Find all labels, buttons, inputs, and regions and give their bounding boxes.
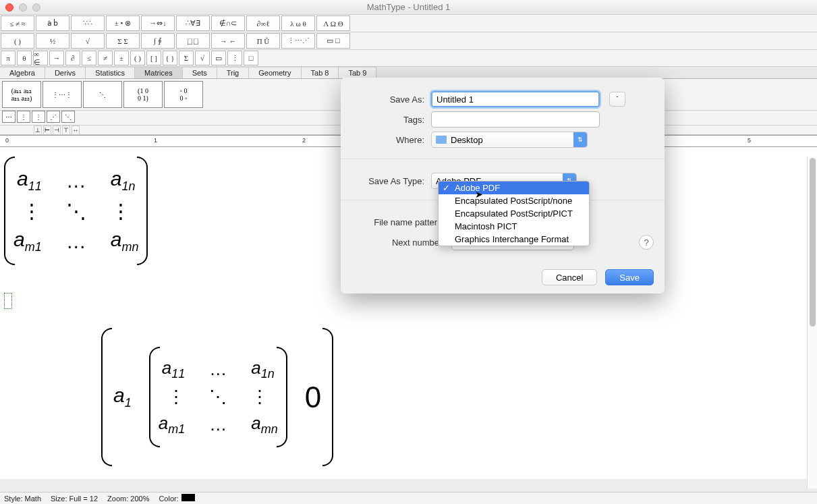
save-as-type-label: Save As Type: [351, 176, 424, 186]
expand-dialog-button[interactable]: ˇ [609, 92, 625, 107]
toolbar-cell[interactable]: { } [163, 51, 177, 65]
help-button[interactable]: ? [639, 235, 654, 250]
palette-small[interactable]: ⋯ [2, 111, 16, 123]
toolbar-cell[interactable]: → [49, 51, 64, 65]
tab-derivs[interactable]: Derivs [45, 67, 86, 78]
toolbar-cell[interactable]: ≤ [82, 51, 96, 65]
where-value: Desktop [451, 135, 483, 145]
toolbar-cell[interactable]: ( ) [1, 33, 34, 49]
status-size: Size: Full = 12 [51, 495, 98, 503]
palette-matrix-identity[interactable]: (1 00 1) [123, 81, 163, 108]
toolbar-cell[interactable]: ∫ ∮ [141, 33, 175, 49]
toolbar-cell[interactable]: ȧ ḃ [36, 16, 69, 31]
tabstop-icon[interactable]: ⊣ [53, 125, 61, 135]
tab-trig[interactable]: Trig [217, 67, 250, 78]
palette-small[interactable]: ⋮ [17, 111, 30, 123]
dropdown-item-eps-none[interactable]: Encapsulated PostScript/none [439, 194, 589, 207]
pattern-label: File name pattern: [351, 217, 445, 227]
status-bar: Style: Math Size: Full = 12 Zoom: 200% C… [0, 492, 817, 504]
tab-geometry[interactable]: Geometry [249, 67, 301, 78]
tab-algebra[interactable]: Algebra [0, 67, 45, 78]
titlebar: MathType - Untitled 1 [0, 0, 817, 15]
save-as-type-dropdown: Adobe PDF Encapsulated PostScript/none E… [438, 181, 590, 246]
palette-matrix-3x3[interactable]: ⋮⋯⋮ [43, 81, 82, 108]
palette-matrix-block[interactable]: ▫ 00 ▫ [164, 81, 203, 108]
toolbar-cell[interactable]: π [1, 51, 16, 65]
toolbar-cell[interactable]: θ [17, 51, 32, 65]
palette-matrix-diag[interactable]: ⋱ [83, 81, 122, 108]
toolbar-cell[interactable]: → ← [211, 33, 245, 49]
tabstop-icon[interactable]: ⊤ [62, 125, 70, 135]
ruler-mark: 1 [154, 137, 157, 144]
matrix-expression: a11 … a1n ⋮ ⋱ ⋮ am1 … amn [4, 157, 148, 265]
toolbar-cell[interactable]: ± [114, 51, 129, 65]
ruler-mark: 5 [748, 137, 751, 144]
toolbar-cell[interactable]: Π Ů [246, 33, 280, 49]
toolbar-cell[interactable]: ∉∩⊂ [211, 16, 245, 31]
toolbar-cell[interactable]: √ [195, 51, 210, 65]
tab-statistics[interactable]: Statistics [86, 67, 135, 78]
dropdown-item-gif[interactable]: Graphics Interchange Format [439, 233, 589, 246]
toolbar-cell[interactable]: ∂∞ℓ [246, 16, 280, 31]
window-title: MathType - Untitled 1 [0, 2, 817, 12]
toolbar-cell[interactable]: ⋮ [227, 51, 242, 65]
dropdown-item-eps-pict[interactable]: Encapsulated PostScript/PICT [439, 207, 589, 220]
toolbar-cell[interactable]: √ [71, 33, 105, 49]
status-color: Color: [159, 494, 194, 503]
palette-matrix-2x2[interactable]: (a₁₁ a₁₂a₂₁ a₂₂) [2, 81, 41, 108]
chevron-updown-icon: ⇅ [573, 132, 587, 147]
toolbar-row-1: ≤ ≠ ≈ ȧ ḃ ∵∴ ± • ⊗ →⇔↓ ∴∀∃ ∉∩⊂ ∂∞ℓ λ ω θ… [0, 15, 817, 32]
toolbar-cell[interactable]: →⇔↓ [141, 16, 175, 31]
toolbar-cell[interactable]: ± • ⊗ [106, 16, 140, 31]
where-label: Where: [351, 135, 424, 145]
toolbar-cell[interactable]: λ ω θ [281, 16, 315, 31]
palette-small[interactable]: ⋮ [32, 111, 45, 123]
toolbar-cell[interactable]: ∵∴ [71, 16, 105, 31]
save-as-label: Save As: [351, 94, 424, 105]
toolbar-cell[interactable]: ( ) [130, 51, 145, 65]
tab-9[interactable]: Tab 9 [339, 67, 376, 78]
toolbar-cell[interactable]: ≠ [98, 51, 113, 65]
tags-label: Tags: [351, 115, 424, 125]
vertical-scrollbar[interactable] [807, 157, 817, 488]
save-as-input[interactable] [431, 91, 600, 107]
cancel-button[interactable]: Cancel [542, 269, 597, 285]
toolbar-cell[interactable]: ∴∀∃ [176, 16, 210, 31]
color-swatch[interactable] [181, 494, 195, 501]
tabstop-icon[interactable]: ⊢ [43, 125, 51, 135]
mouse-cursor-icon: ➤ [475, 189, 483, 200]
toolbar-cell[interactable]: ∂ [65, 51, 80, 65]
status-zoom: Zoom: 200% [107, 495, 149, 503]
tab-matrices[interactable]: Matrices [135, 67, 183, 78]
tabstop-icon[interactable]: ↔ [72, 125, 80, 135]
status-style: Style: Math [4, 495, 41, 503]
tab-8[interactable]: Tab 8 [302, 67, 339, 78]
toolbar-cell[interactable]: ⋮⋯⋰ [281, 33, 315, 49]
toolbar-cell[interactable]: ≤ ≠ ≈ [1, 16, 34, 31]
toolbar-cell[interactable]: ▭ [211, 51, 226, 65]
palette-small[interactable]: ⋱ [61, 111, 75, 123]
toolbar-row-3: π θ ∞ ∈ → ∂ ≤ ≠ ± ( ) [ ] { } Σ √ ▭ ⋮ □ [0, 50, 817, 67]
palette-small[interactable]: ⋰ [47, 111, 60, 123]
scrollbar-thumb[interactable] [810, 158, 816, 327]
dropdown-item-adobe-pdf[interactable]: Adobe PDF [439, 181, 589, 194]
tab-sets[interactable]: Sets [183, 67, 217, 78]
dropdown-item-mac-pict[interactable]: Macintosh PICT [439, 220, 589, 233]
tabstop-icon[interactable]: ⊥ [34, 125, 42, 135]
toolbar-cell[interactable]: ⎕ ⎕ [176, 33, 210, 49]
next-number-label: Next number: [351, 237, 445, 248]
toolbar-cell[interactable]: ∞ ∈ [33, 51, 48, 65]
ruler-mark: 2 [302, 137, 306, 144]
ruler-mark: 0 [5, 137, 9, 144]
toolbar-cell[interactable]: [ ] [146, 51, 161, 65]
toolbar-cell[interactable]: Σ [179, 51, 194, 65]
toolbar-cell[interactable]: □ [244, 51, 258, 65]
tags-input[interactable] [431, 111, 600, 128]
toolbar-cell[interactable]: ½ [36, 33, 69, 49]
where-select[interactable]: Desktop ⇅ [431, 132, 588, 148]
save-button[interactable]: Save [605, 269, 654, 285]
toolbar-cell[interactable]: ▭ □ [316, 33, 350, 49]
toolbar-cell[interactable]: Σ Σ [106, 33, 140, 49]
toolbar-cell[interactable]: Λ Ω Θ [316, 16, 350, 31]
folder-icon [436, 136, 447, 144]
